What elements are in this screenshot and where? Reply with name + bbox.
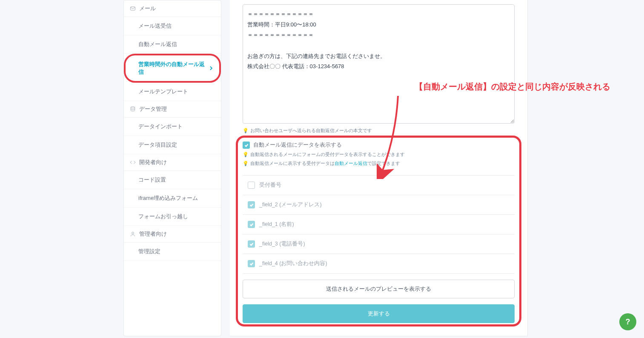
hint-form-data: 💡自動返信されるメールにフォームの受付データを表示することができます (243, 151, 515, 158)
app-container: メール メール送受信 自動メール返信 営業時間外の自動メール返信 メールテンプレ… (0, 0, 644, 336)
field-checkbox[interactable] (248, 182, 255, 189)
field-checkbox[interactable] (248, 221, 255, 228)
sidebar-section-developer: 開発者向け (124, 154, 221, 171)
sidebar-section-title: 管理者向け (139, 230, 167, 238)
show-data-row[interactable]: 自動メール返信にデータを表示する (243, 142, 515, 149)
sidebar-item-after-hours-auto-reply[interactable]: 営業時間外の自動メール返信 (124, 54, 221, 83)
sidebar-section-data: データ管理 (124, 101, 221, 118)
svg-rect-0 (131, 7, 135, 10)
svg-point-2 (132, 232, 134, 234)
field-row-field1[interactable]: _field_1 (名前) (243, 215, 515, 234)
fields-panel: 受付番号 _field_2 (メールアドレス) _field_1 (名前) _f… (243, 175, 515, 274)
auto-reply-link[interactable]: 自動メール返信 (335, 161, 367, 166)
code-icon (130, 159, 136, 165)
sidebar-section-title: 開発者向け (139, 159, 167, 166)
bulb-icon: 💡 (243, 152, 249, 157)
bulb-icon: 💡 (243, 128, 249, 133)
mail-icon (130, 6, 136, 12)
sidebar-item-auto-reply[interactable]: 自動メール返信 (124, 35, 221, 54)
field-label: 受付番号 (259, 182, 281, 189)
sidebar-item-code-setup[interactable]: コード設置 (124, 171, 221, 189)
submit-button[interactable]: 更新する (243, 304, 515, 323)
field-row-field4[interactable]: _field_4 (お問い合わせ内容) (243, 254, 515, 274)
hint-link: 💡自動返信メールに表示する受付データは自動メール返信で設定できます (243, 160, 515, 167)
field-checkbox[interactable] (248, 240, 255, 248)
field-row-field2[interactable]: _field_2 (メールアドレス) (243, 195, 515, 215)
show-data-label: 自動メール返信にデータを表示する (253, 142, 342, 149)
sidebar-section-admin: 管理者向け (124, 226, 221, 243)
sidebar-section-title: データ管理 (139, 105, 167, 113)
sidebar-section-mail: メール (124, 0, 221, 17)
sidebar-item-mail-template[interactable]: メールテンプレート (124, 83, 221, 101)
mail-body-textarea[interactable] (243, 4, 515, 124)
hint-body: 💡お問い合わせユーザへ送られる自動返信メールの本文です (243, 127, 515, 134)
sidebar-item-data-import[interactable]: データインポート (124, 118, 221, 136)
field-label: _field_3 (電話番号) (259, 240, 305, 248)
sidebar-item-data-fields[interactable]: データ項目設定 (124, 136, 221, 154)
sidebar-item-mail-send-receive[interactable]: メール送受信 (124, 17, 221, 35)
bulb-icon: 💡 (243, 161, 249, 166)
sidebar: メール メール送受信 自動メール返信 営業時間外の自動メール返信 メールテンプレ… (123, 0, 221, 336)
field-checkbox[interactable] (248, 201, 255, 208)
preview-button[interactable]: 送信されるメールのプレビューを表示する (243, 280, 515, 298)
field-label: _field_2 (メールアドレス) (259, 201, 322, 208)
help-button[interactable]: ? (619, 313, 636, 330)
field-row-receipt-number[interactable]: 受付番号 (243, 176, 515, 195)
field-checkbox[interactable] (248, 260, 255, 267)
sidebar-section-title: メール (139, 5, 156, 12)
user-icon (130, 231, 136, 237)
field-label: _field_1 (名前) (259, 221, 294, 228)
field-label: _field_4 (お問い合わせ内容) (259, 260, 327, 267)
sidebar-item-admin-settings[interactable]: 管理設定 (124, 243, 221, 261)
main-panel: 💡お問い合わせユーザへ送られる自動返信メールの本文です 自動メール返信にデータを… (230, 0, 528, 336)
field-row-field3[interactable]: _field_3 (電話番号) (243, 234, 515, 254)
chevron-right-icon (209, 66, 213, 70)
sidebar-item-iframe-embed[interactable]: iframe埋め込みフォーム (124, 189, 221, 208)
database-icon (130, 106, 136, 112)
sidebar-item-form-migration[interactable]: フォームお引っ越し (124, 208, 221, 226)
show-data-checkbox[interactable] (243, 142, 250, 149)
svg-point-1 (131, 107, 135, 108)
